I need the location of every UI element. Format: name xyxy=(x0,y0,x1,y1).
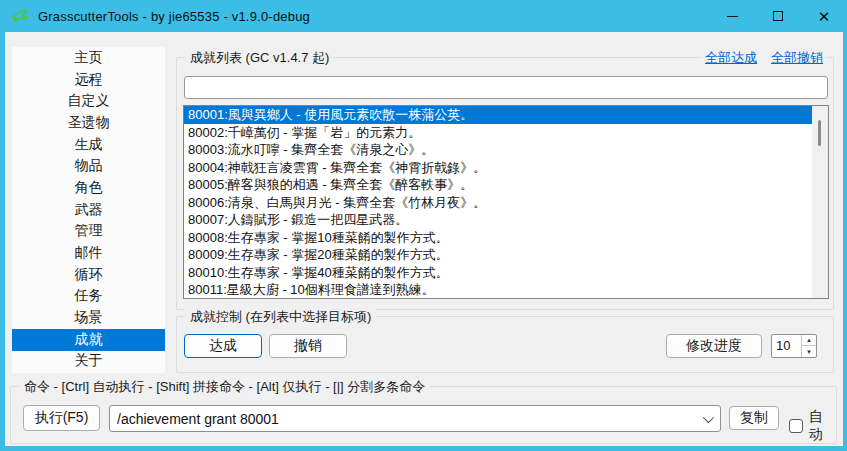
revoke-button[interactable]: 撤销 xyxy=(269,334,347,358)
list-item[interactable]: 80004:神戟狂言凌雲霄 - 集齊全套《神霄折戟錄》。 xyxy=(184,159,812,177)
command-input[interactable] xyxy=(110,411,694,427)
chevron-down-icon[interactable] xyxy=(694,415,720,423)
window-title: GrasscutterTools - by jie65535 - v1.9.0-… xyxy=(38,9,310,24)
sidebar-item-spawn[interactable]: 生成 xyxy=(12,134,165,156)
list-item[interactable]: 80007:人鑄賦形 - 鍛造一把四星武器。 xyxy=(184,211,812,229)
list-item[interactable]: 80003:流水叮嚀 - 集齊全套《清泉之心》。 xyxy=(184,141,812,159)
list-item[interactable]: 80005:醉客與狼的相遇 - 集齊全套《醉客軼事》。 xyxy=(184,176,812,194)
list-item[interactable]: 80011:星級大廚 - 10個料理食譜達到熟練。 xyxy=(184,281,812,298)
sidebar-item-manage[interactable]: 管理 xyxy=(12,221,165,243)
list-item[interactable]: 80001:風與異鄉人 - 使用風元素吹散一株蒲公英。 xyxy=(184,106,812,124)
window-body: 主页 远程 自定义 圣遗物 生成 物品 角色 武器 管理 邮件 循环 任务 场景… xyxy=(5,32,843,446)
minimize-icon[interactable] xyxy=(709,0,755,32)
achievement-control-group: 成就控制 (在列表中选择目标项) 达成 撤销 修改进度 10 ▲ ▼ xyxy=(176,316,834,373)
sidebar-item-achievement[interactable]: 成就 xyxy=(12,329,165,351)
copy-button[interactable]: 复制 xyxy=(729,406,779,430)
spin-up-icon[interactable]: ▲ xyxy=(802,335,816,346)
command-group-title: 命令 - [Ctrl] 自动执行 - [Shift] 拼接命令 - [Alt] … xyxy=(19,378,430,396)
command-combobox xyxy=(109,405,721,432)
spin-down-icon[interactable]: ▼ xyxy=(802,346,816,357)
list-item[interactable]: 80009:生存專家 - 掌握20種菜餚的製作方式。 xyxy=(184,246,812,264)
sidebar-item-home[interactable]: 主页 xyxy=(12,47,165,69)
app-icon xyxy=(10,6,30,26)
list-item[interactable]: 80006:清泉、白馬與月光 - 集齊全套《竹林月夜》。 xyxy=(184,194,812,212)
achievement-search-input[interactable] xyxy=(184,76,828,99)
sidebar-item-avatar[interactable]: 角色 xyxy=(12,177,165,199)
sidebar-item-quest[interactable]: 任务 xyxy=(12,286,165,308)
auto-checkbox-label: 自动 xyxy=(809,408,836,444)
sidebar: 主页 远程 自定义 圣遗物 生成 物品 角色 武器 管理 邮件 循环 任务 场景… xyxy=(12,47,165,373)
titlebar: GrasscutterTools - by jie65535 - v1.9.0-… xyxy=(0,0,847,32)
sidebar-item-about[interactable]: 关于 xyxy=(12,351,165,373)
achievement-listbox: 80001:風與異鄉人 - 使用風元素吹散一株蒲公英。 80002:千嶂萬仞 -… xyxy=(183,105,829,299)
progress-spinbox[interactable]: 10 ▲ ▼ xyxy=(771,334,817,358)
achievement-list-group: 成就列表 (GC v1.4.7 起) 全部达成 全部撤销 80001:風與異鄉人… xyxy=(176,57,834,310)
achievement-list-title: 成就列表 (GC v1.4.7 起) xyxy=(185,49,334,67)
close-icon[interactable]: ✕ xyxy=(801,0,847,32)
run-command-button[interactable]: 执行(F5) xyxy=(23,405,100,431)
sidebar-item-scene[interactable]: 场景 xyxy=(12,307,165,329)
modify-progress-button[interactable]: 修改进度 xyxy=(666,334,762,358)
list-item[interactable]: 80008:生存專家 - 掌握10種菜餚的製作方式。 xyxy=(184,229,812,247)
sidebar-item-item[interactable]: 物品 xyxy=(12,155,165,177)
sidebar-item-artifact[interactable]: 圣遗物 xyxy=(12,112,165,134)
scrollbar-thumb[interactable] xyxy=(818,120,821,146)
list-item[interactable]: 80010:生存專家 - 掌握40種菜餚的製作方式。 xyxy=(184,264,812,282)
grant-button[interactable]: 达成 xyxy=(184,334,262,358)
auto-checkbox-wrap[interactable]: 自动 xyxy=(789,408,836,444)
command-group: 命令 - [Ctrl] 自动执行 - [Shift] 拼接命令 - [Alt] … xyxy=(10,386,837,444)
sidebar-item-loop[interactable]: 循环 xyxy=(12,264,165,286)
achievement-control-title: 成就控制 (在列表中选择目标项) xyxy=(185,308,376,326)
progress-value[interactable]: 10 xyxy=(772,335,801,357)
scrollbar[interactable] xyxy=(812,106,828,298)
auto-checkbox[interactable] xyxy=(789,419,803,433)
sidebar-item-mail[interactable]: 邮件 xyxy=(12,242,165,264)
revoke-all-link[interactable]: 全部撤销 xyxy=(771,49,823,67)
sidebar-item-weapon[interactable]: 武器 xyxy=(12,199,165,221)
maximize-icon[interactable] xyxy=(755,0,801,32)
sidebar-item-custom[interactable]: 自定义 xyxy=(12,90,165,112)
list-item[interactable]: 80002:千嶂萬仞 - 掌握「岩」的元素力。 xyxy=(184,124,812,142)
app-window: GrasscutterTools - by jie65535 - v1.9.0-… xyxy=(0,0,847,451)
grant-all-link[interactable]: 全部达成 xyxy=(705,49,757,67)
sidebar-item-remote[interactable]: 远程 xyxy=(12,69,165,91)
